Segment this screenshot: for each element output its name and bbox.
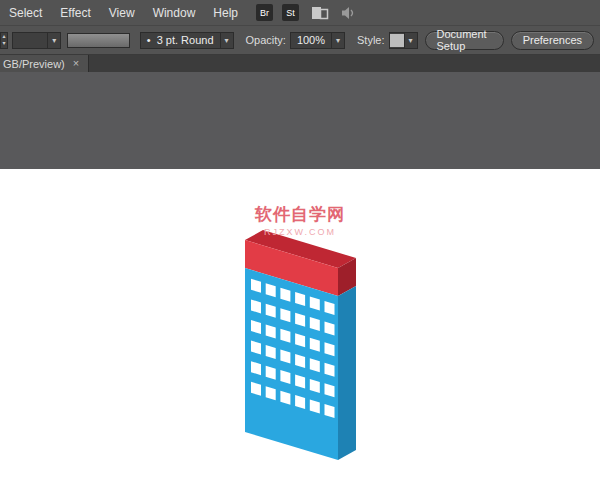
- menu-view[interactable]: View: [100, 0, 144, 25]
- opacity-value: 100%: [291, 34, 331, 46]
- chevron-down-icon[interactable]: ▾: [220, 33, 233, 48]
- brush-label: 3 pt. Round: [151, 34, 220, 46]
- stroke-weight-dropdown[interactable]: ▾: [12, 32, 61, 49]
- spinner-up-icon[interactable]: ▴: [3, 33, 6, 40]
- menu-effect[interactable]: Effect: [51, 0, 99, 25]
- style-swatch: [390, 34, 404, 47]
- close-icon[interactable]: ×: [73, 58, 79, 69]
- style-dropdown[interactable]: ▾: [389, 32, 418, 49]
- calendar-body-side: [338, 286, 356, 460]
- menu-select[interactable]: Select: [0, 0, 51, 25]
- speaker-icon[interactable]: [341, 6, 357, 20]
- stroke-weight-stepper[interactable]: ▴ ▾: [0, 32, 8, 49]
- opacity-label: Opacity:: [246, 34, 286, 46]
- illustrator-window: Select Effect View Window Help Br St ▴ ▾…: [0, 0, 600, 493]
- chevron-down-icon[interactable]: ▾: [47, 33, 60, 48]
- pasteboard[interactable]: [0, 72, 600, 169]
- calendar-artwork[interactable]: [225, 225, 360, 465]
- menu-bar: Select Effect View Window Help Br St: [0, 0, 600, 26]
- document-tab[interactable]: GB/Preview) ×: [0, 55, 89, 72]
- brush-bullet-icon: •: [141, 34, 151, 46]
- preferences-button[interactable]: Preferences: [511, 31, 594, 50]
- watermark: 软件自学网 RJZXW.COM: [0, 203, 600, 237]
- arrange-documents-icon[interactable]: [311, 6, 329, 20]
- chevron-down-icon[interactable]: ▾: [404, 33, 417, 48]
- width-profile-dropdown[interactable]: [67, 33, 130, 48]
- document-setup-button[interactable]: Document Setup: [425, 31, 504, 50]
- watermark-line1: 软件自学网: [0, 203, 600, 226]
- brush-definition-dropdown[interactable]: • 3 pt. Round ▾: [140, 32, 234, 49]
- watermark-line2: RJZXW.COM: [0, 227, 600, 237]
- control-bar: ▴ ▾ ▾ • 3 pt. Round ▾ Opacity: 100% ▾ St…: [0, 26, 600, 55]
- stock-button[interactable]: St: [282, 4, 299, 21]
- menu-help[interactable]: Help: [204, 0, 247, 25]
- opacity-dropdown[interactable]: 100% ▾: [290, 32, 345, 49]
- bridge-button[interactable]: Br: [256, 4, 273, 21]
- document-tab-bar: GB/Preview) ×: [0, 55, 600, 72]
- chevron-down-icon[interactable]: ▾: [331, 33, 344, 48]
- document-tab-title: GB/Preview): [3, 58, 65, 70]
- menu-window[interactable]: Window: [144, 0, 205, 25]
- style-label: Style:: [357, 34, 385, 46]
- spinner-down-icon[interactable]: ▾: [3, 40, 6, 47]
- artboard[interactable]: 软件自学网 RJZXW.COM: [0, 169, 600, 493]
